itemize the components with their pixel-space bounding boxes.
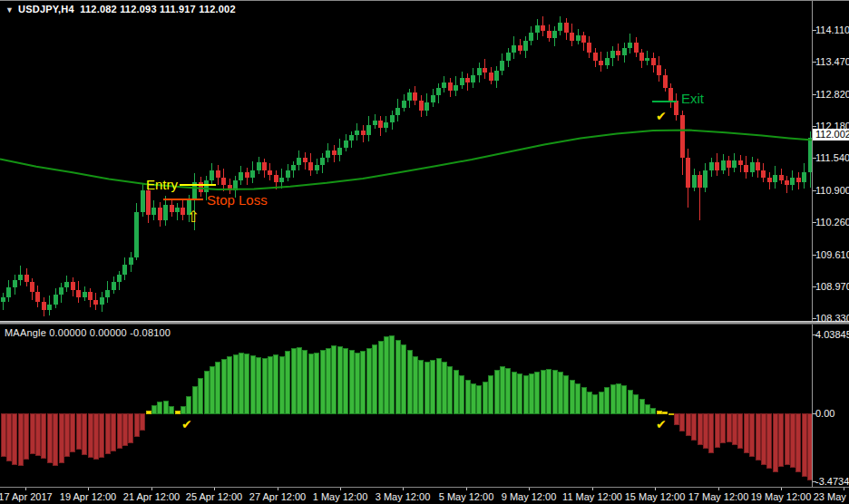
time-axis-label: 15 May 12:00 bbox=[625, 491, 686, 502]
candlestick bbox=[465, 73, 470, 91]
histogram-bar bbox=[134, 413, 139, 437]
histogram-bar bbox=[593, 394, 598, 413]
histogram-bar bbox=[204, 372, 209, 413]
histogram-bar bbox=[286, 352, 290, 413]
candlestick bbox=[628, 34, 632, 53]
histogram-bar bbox=[785, 413, 789, 464]
histogram-bar bbox=[47, 413, 52, 462]
histogram-bar bbox=[355, 353, 359, 413]
histogram-bar bbox=[645, 404, 649, 413]
candlestick bbox=[738, 155, 743, 172]
candlestick bbox=[773, 166, 777, 189]
maangle-indicator-plot[interactable] bbox=[0, 325, 813, 487]
candlestick bbox=[442, 76, 446, 93]
candlestick bbox=[599, 52, 603, 72]
histogram-bar bbox=[773, 413, 777, 472]
histogram-bar bbox=[88, 413, 93, 458]
candlestick bbox=[651, 53, 656, 72]
axis-tick bbox=[813, 334, 816, 335]
candlestick bbox=[756, 159, 760, 178]
histogram-bar bbox=[262, 359, 267, 413]
histogram-bar bbox=[494, 370, 499, 413]
candlestick bbox=[390, 111, 395, 130]
exit-marker-label[interactable]: Exit bbox=[681, 91, 704, 106]
check-icon: ✔ bbox=[656, 109, 667, 123]
candlestick bbox=[24, 268, 29, 286]
histogram-bar bbox=[163, 402, 168, 413]
candlestick bbox=[257, 157, 261, 174]
indicator-axis-label: 4.03845 bbox=[815, 329, 849, 340]
histogram-bar bbox=[192, 387, 197, 413]
candlestick bbox=[506, 48, 511, 67]
candlestick bbox=[500, 53, 504, 75]
candlestick bbox=[361, 125, 366, 142]
candlestick bbox=[732, 153, 737, 172]
histogram-bar bbox=[790, 413, 795, 467]
histogram-bar bbox=[122, 413, 127, 446]
histogram-bar bbox=[257, 357, 261, 413]
candlestick bbox=[71, 277, 75, 296]
axis-tick bbox=[813, 62, 816, 63]
candlestick bbox=[88, 288, 93, 307]
candlestick bbox=[291, 161, 296, 179]
candlestick bbox=[54, 288, 58, 308]
price-chart-plot[interactable] bbox=[0, 1, 813, 323]
panel-splitter[interactable] bbox=[0, 321, 849, 325]
histogram-bar bbox=[35, 413, 40, 455]
candlestick bbox=[303, 152, 307, 170]
time-axis-label: 5 May 12:00 bbox=[439, 491, 494, 502]
histogram-bar bbox=[384, 337, 388, 413]
histogram-bar bbox=[622, 386, 627, 413]
candlestick bbox=[47, 296, 52, 315]
candlestick bbox=[767, 172, 772, 189]
histogram-bar bbox=[71, 413, 75, 451]
candlestick bbox=[657, 56, 661, 82]
histogram-bar bbox=[407, 351, 412, 413]
histogram-bar bbox=[1, 413, 5, 457]
moving-average-line[interactable] bbox=[0, 131, 813, 189]
candlestick bbox=[134, 203, 139, 259]
axis-tick bbox=[655, 488, 656, 490]
stop-loss-marker-label[interactable]: Stop Loss bbox=[207, 192, 268, 208]
candlestick bbox=[639, 49, 644, 68]
histogram-bar bbox=[802, 413, 806, 476]
histogram-bar bbox=[54, 413, 58, 465]
candlestick bbox=[83, 286, 87, 302]
histogram-bar bbox=[651, 409, 656, 413]
time-axis-label: 25 Apr 12:00 bbox=[186, 491, 242, 502]
histogram-bar bbox=[373, 344, 377, 413]
histogram-bar bbox=[210, 366, 214, 413]
candlestick bbox=[76, 281, 81, 304]
histogram-bar bbox=[431, 361, 435, 413]
candlestick bbox=[320, 153, 325, 172]
candlestick bbox=[30, 278, 34, 300]
axis-tick bbox=[844, 488, 844, 490]
histogram-bar bbox=[24, 413, 29, 460]
histogram-bar bbox=[599, 392, 603, 413]
histogram-bar bbox=[366, 349, 371, 413]
candlestick bbox=[315, 159, 319, 174]
candlestick bbox=[460, 72, 464, 89]
histogram-bar bbox=[18, 413, 23, 465]
candlestick bbox=[576, 29, 581, 44]
candlestick bbox=[250, 161, 255, 184]
histogram-bar bbox=[779, 413, 784, 466]
axis-tick bbox=[813, 413, 816, 414]
axis-tick bbox=[466, 488, 467, 490]
histogram-bar bbox=[558, 373, 562, 413]
price-axis-label: 108.330 bbox=[815, 313, 849, 324]
entry-marker-label[interactable]: Entry bbox=[134, 177, 178, 192]
candlestick bbox=[796, 172, 801, 189]
check-icon: ✔ bbox=[656, 417, 667, 431]
histogram-bar bbox=[634, 394, 639, 413]
time-axis-label: 21 Apr 12:00 bbox=[123, 491, 180, 502]
candlestick bbox=[286, 164, 290, 181]
candlestick bbox=[122, 257, 127, 279]
candlestick bbox=[610, 46, 615, 65]
candlestick bbox=[802, 163, 806, 189]
candlestick bbox=[622, 43, 627, 62]
histogram-bar bbox=[146, 411, 151, 413]
candlestick bbox=[431, 89, 435, 106]
chart-menu-icon[interactable]: ▼ bbox=[5, 5, 14, 15]
axis-tick bbox=[278, 488, 278, 490]
